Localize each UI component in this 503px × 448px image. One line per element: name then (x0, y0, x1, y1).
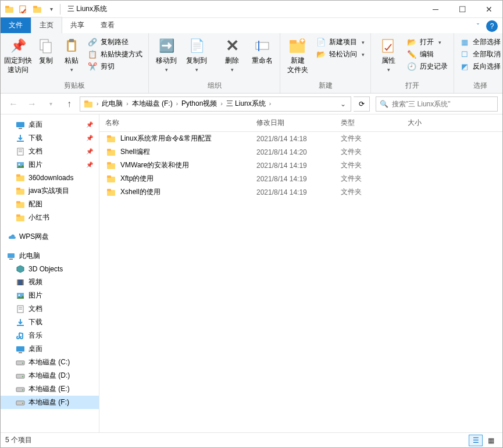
icons-view-button[interactable]: ▦ (484, 435, 498, 446)
tree-item[interactable]: 本地磁盘 (E:) (1, 382, 99, 396)
easy-access-button[interactable]: 📂轻松访问▾ (314, 49, 367, 60)
select-none-button[interactable]: ☐全部取消 (458, 49, 503, 60)
tree-item-label: 图片 (28, 160, 42, 170)
move-to-button[interactable]: ➡️移动到▾ (152, 35, 180, 73)
tree-item[interactable]: 下载 (1, 316, 99, 329)
search-input[interactable] (392, 100, 494, 108)
tree-item[interactable]: 360downloads (1, 171, 99, 184)
cut-button[interactable]: ✂️剪切 (85, 61, 145, 72)
breadcrumb-item[interactable]: Python视频 (179, 99, 219, 109)
paste-button[interactable]: 粘贴▾ (60, 35, 83, 73)
table-row[interactable]: Linux系统常用命令&常用配置2021/8/14 14:18文件夹 (99, 132, 502, 145)
search-box[interactable]: 🔍 (376, 96, 498, 112)
column-type[interactable]: 类型 (335, 118, 402, 128)
chevron-right-icon[interactable]: › (95, 101, 99, 107)
open-button[interactable]: 📂打开▾ (405, 37, 450, 48)
rename-button[interactable]: 重命名 (248, 35, 276, 66)
tab-file[interactable]: 文件 (1, 17, 31, 33)
close-button[interactable]: ✕ (476, 1, 502, 17)
copy-to-button[interactable]: 📄复制到▾ (183, 35, 211, 73)
back-button[interactable]: ← (5, 96, 22, 112)
tree-item[interactable]: 图片📌 (1, 158, 99, 171)
tree-item[interactable]: WPS网盘 (1, 230, 99, 243)
tree-item[interactable]: 文档📌 (1, 145, 99, 158)
tree-item-label: 桌面 (28, 344, 42, 354)
chevron-right-icon[interactable]: › (175, 101, 179, 107)
tree-item-label: 文档 (28, 304, 42, 314)
copy-button[interactable]: 复制 (34, 35, 58, 66)
properties-button[interactable]: 属性▾ (374, 35, 402, 73)
copy-path-button[interactable]: 🔗复制路径 (85, 37, 145, 48)
tree-item[interactable]: 视频 (1, 275, 99, 289)
history-button[interactable]: 🕘历史记录 (405, 61, 450, 72)
details-view-button[interactable]: ☰ (469, 435, 483, 446)
tree-item[interactable]: java实战项目 (1, 184, 99, 198)
help-button[interactable]: ? (486, 20, 498, 32)
chevron-right-icon[interactable]: › (268, 101, 272, 107)
tree-item[interactable]: 文档 (1, 302, 99, 316)
breadcrumb-item[interactable]: 此电脑 (99, 99, 125, 109)
table-row[interactable]: VMWare的安装和使用2021/8/14 14:19文件夹 (99, 159, 502, 172)
forward-button[interactable]: → (24, 96, 40, 112)
address-bar[interactable]: › 此电脑 › 本地磁盘 (F:) › Python视频 › 三 Liunx系统… (80, 96, 351, 112)
tree-item[interactable]: 配图 (1, 198, 99, 211)
address-dropdown-button[interactable]: ⌄ (337, 100, 349, 108)
ribbon-collapse-button[interactable]: ˇ (472, 20, 484, 33)
delete-button[interactable]: ✕删除▾ (218, 35, 246, 73)
tree-item[interactable]: 本地磁盘 (D:) (1, 369, 99, 382)
new-folder-button[interactable]: ✦新建 文件夹 (284, 35, 312, 74)
navigation-tree[interactable]: 桌面📌下载📌文档📌图片📌360downloadsjava实战项目配图小红书WPS… (1, 114, 99, 432)
svg-point-51 (22, 376, 23, 377)
table-row[interactable]: Xftp的使用2021/8/14 14:19文件夹 (99, 172, 502, 185)
folder-icon (16, 187, 25, 196)
tab-share[interactable]: 共享 (62, 17, 92, 33)
qat-folder-icon[interactable] (31, 3, 44, 16)
drive-icon (16, 371, 25, 381)
chevron-right-icon[interactable]: › (219, 101, 223, 107)
tree-item[interactable]: 小红书 (1, 211, 99, 224)
svg-rect-20 (19, 128, 22, 129)
recent-locations-button[interactable]: ▾ (42, 96, 59, 112)
qat-dropdown-icon[interactable]: ▾ (45, 3, 58, 16)
tree-item[interactable]: 图片 (1, 289, 99, 302)
invert-selection-button[interactable]: ◩反向选择 (458, 61, 503, 72)
tree-item[interactable]: 音乐 (1, 329, 99, 342)
table-row[interactable]: Xshell的使用2021/8/14 14:19文件夹 (99, 185, 502, 199)
column-size[interactable]: 大小 (402, 118, 502, 128)
tree-item[interactable]: 桌面 (1, 342, 99, 356)
new-item-button[interactable]: 📄新建项目▾ (314, 37, 367, 48)
tree-item[interactable]: 本地磁盘 (C:) (1, 356, 99, 369)
tree-item[interactable]: 此电脑 (1, 249, 99, 263)
paste-shortcut-button[interactable]: 📋粘贴快捷方式 (85, 49, 145, 60)
tree-item[interactable]: 下载📌 (1, 131, 99, 145)
up-button[interactable]: ↑ (61, 96, 77, 112)
chevron-right-icon[interactable]: › (125, 101, 129, 107)
tree-item[interactable]: 桌面📌 (1, 118, 99, 131)
tree-item[interactable]: 3D Objects (1, 263, 99, 275)
table-row[interactable]: Shell编程2021/8/14 14:20文件夹 (99, 145, 502, 159)
breadcrumb-item[interactable]: 本地磁盘 (F:) (130, 99, 175, 109)
minimize-button[interactable]: ─ (422, 1, 449, 17)
file-name: Shell编程 (120, 147, 150, 157)
svg-rect-59 (107, 149, 111, 151)
svg-rect-63 (107, 175, 111, 178)
file-type: 文件夹 (335, 174, 402, 184)
tree-item-label: 音乐 (28, 331, 42, 341)
file-type: 文件夹 (335, 187, 402, 197)
svg-rect-50 (16, 374, 24, 378)
svg-rect-10 (256, 42, 269, 49)
edit-button[interactable]: ✏️编辑 (405, 49, 450, 60)
select-all-button[interactable]: ▦全部选择 (458, 37, 503, 48)
svg-point-55 (22, 403, 23, 404)
tab-home[interactable]: 主页 (31, 17, 62, 33)
tab-view[interactable]: 查看 (92, 17, 123, 33)
qat-properties-icon[interactable] (17, 3, 30, 16)
column-date[interactable]: 修改日期 (251, 118, 335, 128)
maximize-button[interactable]: ☐ (449, 1, 476, 17)
svg-rect-52 (16, 388, 24, 392)
column-name[interactable]: 名称 (99, 118, 251, 128)
tree-item[interactable]: 本地磁盘 (F:) (1, 396, 99, 409)
breadcrumb-item[interactable]: 三 Liunx系统 (224, 99, 268, 109)
pin-to-quick-access-button[interactable]: 📌固定到快 速访问 (4, 35, 32, 74)
refresh-button[interactable]: ⟳ (354, 96, 370, 112)
